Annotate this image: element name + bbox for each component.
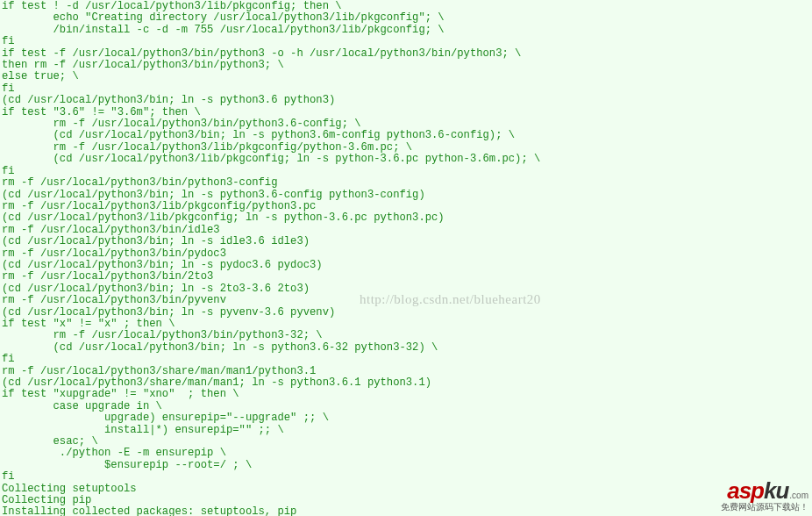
terminal-output: if test ! -d /usr/local/python3/lib/pkgc…	[0, 0, 812, 516]
